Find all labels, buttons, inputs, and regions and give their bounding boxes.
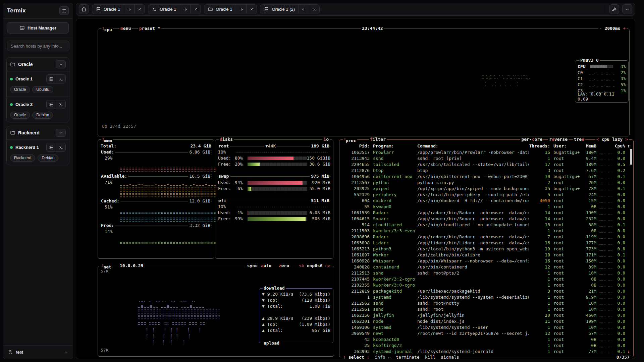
process-row[interactable]: 514 cloudflared /usr/bin/cloudflared --n… <box>339 222 633 228</box>
process-row[interactable]: 2112562 sshd sshd: root@notty 1 root 10M… <box>339 300 633 306</box>
process-row[interactable]: 1062156 jellyfin /jellyfin/jellyfin 20 r… <box>339 312 633 318</box>
proc-tree-button[interactable]: tree <box>573 136 585 142</box>
process-row[interactable]: 1061539 Radarr /app/radarr/bin/Radarr -n… <box>339 210 633 216</box>
host-connect-button[interactable] <box>47 75 56 83</box>
host-item[interactable]: Oracle 1 Oracle Ubuntu <box>7 71 69 97</box>
host-terminal-button[interactable] <box>56 143 65 152</box>
process-row[interactable]: 203925 xpiped /opt/xpipe/app/bin/xpiped … <box>339 186 633 192</box>
process-row[interactable]: 1469106 systemd /lib/systemd/systemd --u… <box>339 324 633 330</box>
process-row[interactable]: 1065213 python3 /usr/local/bin/python3 -… <box>339 246 633 252</box>
proc-scrollbar[interactable] <box>630 149 632 165</box>
process-row[interactable]: 2113943 sshd sshd: root [priv] 1 root 9.… <box>339 156 633 162</box>
cpu-box-title[interactable]: 1cpu <box>101 25 113 33</box>
host-manager-button[interactable]: Host Manager <box>7 22 69 34</box>
process-row[interactable]: 2102355 kworker/3:0-cgro 1 root 0B ⣀⣀⣀ ⣀… <box>339 282 633 288</box>
sidebar-menu-button[interactable] <box>59 6 69 15</box>
host-terminal-button[interactable] <box>56 100 65 109</box>
process-row[interactable]: 552329 periphery /usr/local/bin/peripher… <box>339 192 633 198</box>
mem-box-title[interactable]: 2mem <box>101 136 113 144</box>
proc-box-title[interactable]: 4proc <box>343 136 357 144</box>
process-threads: 5 <box>529 192 550 198</box>
signals-action[interactable]: signals <box>441 354 459 359</box>
process-row[interactable]: 363993 systemd-journal /lib/systemd/syst… <box>339 349 633 355</box>
process-row[interactable]: 1061897 Worker /opt/calibre/bin/calibre … <box>339 252 633 258</box>
home-button[interactable] <box>79 4 89 14</box>
process-row[interactable]: 2112561 sshd sshd: root 1 root 10M ⣀⣀⣀ ⣀… <box>339 306 633 312</box>
process-row[interactable]: 25 ksoftirqd/2 1 root 0B ⣀⣀⣀ ⣀⣀ 0.0 <box>339 343 633 349</box>
process-row[interactable]: 1 systemd /lib/systemd/systemd --system … <box>339 294 633 300</box>
tab-oracle1-server[interactable]: Oracle 1 <box>92 4 145 14</box>
process-threads: 20 <box>529 312 550 318</box>
host-connect-button[interactable] <box>47 100 56 109</box>
net-interface-switcher[interactable]: <b enp0s6 n> <box>298 263 331 269</box>
process-row[interactable]: 1062301 node node dist/index.js 11 root … <box>339 318 633 324</box>
net-auto-button[interactable]: auto <box>260 263 272 269</box>
preset-button[interactable]: preset * <box>138 25 161 32</box>
process-row[interactable]: 240828 containerd /usr/bin/containerd 12… <box>339 264 633 270</box>
admin-tools-button[interactable] <box>609 4 619 14</box>
tab-split-button[interactable] <box>299 5 309 14</box>
menu-button[interactable]: menu <box>119 25 132 32</box>
process-row[interactable]: 3969549 newt /root/newt --id z3rtyep2175… <box>339 330 633 337</box>
process-row[interactable]: 1064956 qbittorrent-nox /usr/bin/qbittor… <box>339 174 633 180</box>
load-average-row: LAV: 0.03 0.11 0.09 <box>575 94 628 100</box>
disks-box-title[interactable]: disks <box>219 136 234 142</box>
proc-reverse-button[interactable]: reverse <box>548 136 569 142</box>
tab-oracle1-2-server[interactable]: Oracle 1 (2) <box>260 4 320 14</box>
process-row[interactable]: 2098696 Radarr /app/radarr/bin/Radarr -n… <box>339 234 633 240</box>
tab-split-button[interactable] <box>124 5 134 14</box>
process-row[interactable]: 2112513 sshd sshd: root@pts/2 1 root 10M… <box>339 270 633 276</box>
tab-close-button[interactable] <box>309 5 319 14</box>
process-cpu: 0.1 <box>613 252 625 258</box>
proc-percore-button[interactable]: per-core <box>520 136 543 142</box>
collapse-topbar-button[interactable] <box>622 4 632 14</box>
user-menu[interactable]: test <box>3 346 73 359</box>
tab-oracle1-files[interactable]: Oracle 1 <box>204 4 257 14</box>
io-mode-button[interactable]: io <box>322 136 330 142</box>
tab-oracle1-terminal[interactable]: Oracle 1 <box>148 4 201 14</box>
process-row[interactable]: 2294655 tailscaled /usr/sbin/tailscaled … <box>339 162 633 168</box>
net-zero-button[interactable]: zero <box>278 263 290 269</box>
tab-close-button[interactable] <box>134 5 145 14</box>
process-row[interactable]: 1063517 Prowlarr /app/prowlarr/bin/Prowl… <box>339 149 633 156</box>
process-row[interactable]: 2112876 btop btop 3 root 7.6M ⣀⣀⣀ ⣀⣀ 0.2 <box>339 168 633 174</box>
process-row[interactable]: 2111503 kworker/3:3-even 1 root 0B ⣀⣀⣀ ⣀… <box>339 228 633 234</box>
net-box-title[interactable]: 3net <box>101 263 112 270</box>
cpu-total-row: CPU 3% <box>575 63 628 69</box>
process-row[interactable]: 1060928 Whisparr /app/bin/Whisparr --nob… <box>339 258 633 264</box>
info-action[interactable]: info ↵ <box>375 354 390 359</box>
host-item[interactable]: Racknerd 1 Racknerd Debian <box>7 140 69 165</box>
terminate-action[interactable]: terminate <box>396 354 419 359</box>
tab-close-button[interactable] <box>246 5 257 14</box>
process-row[interactable]: 2113567 python python main.py 2 root 26M… <box>339 180 633 186</box>
process-row[interactable]: 2112819 packagekitd /usr/libexec/package… <box>339 288 633 294</box>
update-interval-control[interactable]: - 2000ms + <box>598 25 627 32</box>
scroll-more-icon <box>625 234 630 240</box>
process-cpu: 0.0 <box>613 282 625 288</box>
search-input[interactable] <box>7 41 69 51</box>
process-user: root <box>553 180 580 186</box>
process-row[interactable]: 604 dockerd /usr/bin/dockerd -H fd:// --… <box>339 198 633 204</box>
host-terminal-button[interactable] <box>56 75 65 83</box>
process-row[interactable]: 55 kswapd0 1 root 0B ⣀⣀⣀ ⣀⣀ 0.0 <box>339 204 633 210</box>
chevron-up-icon <box>625 7 630 12</box>
host-connect-button[interactable] <box>47 143 56 152</box>
group-collapse-button[interactable] <box>56 60 66 68</box>
process-row[interactable]: 1063898 Lidarr /app/lidarr/bin/Lidarr -n… <box>339 240 633 246</box>
group-collapse-button[interactable] <box>56 129 66 137</box>
proc-table-header[interactable]: Pid: Program: Command: Threads: User: Me… <box>339 143 633 149</box>
process-row[interactable]: 1064615 Sonarr /app/sonarr/bin/Sonarr -n… <box>339 216 633 222</box>
tab-close-button[interactable] <box>190 5 201 14</box>
select-action[interactable]: ↑ select ↓ <box>343 354 369 359</box>
tab-split-button[interactable] <box>236 5 246 14</box>
process-command: sshd: root [priv] <box>417 156 529 162</box>
proc-filter-button[interactable]: filter <box>369 136 387 142</box>
process-row[interactable]: 2107445 kworker/3:2-cgro 1 root 0B ⣀⣀⣀ ⣀… <box>339 276 633 282</box>
process-row[interactable]: 43 kcompactd0 1 root 0B ⣀⣀⣀ ⣀⣀ 0.0 <box>339 337 633 343</box>
net-sync-button[interactable]: sync <box>246 263 259 269</box>
kill-action[interactable]: kill <box>425 354 435 359</box>
host-item[interactable]: Oracle 2 Oracle Debian <box>7 97 69 122</box>
proc-sort-switcher[interactable]: < cpu lazy > <box>595 136 629 142</box>
terminal-view[interactable]: 1cpu menu preset * 23:44:42 - 2000ms + ⢀… <box>76 18 635 359</box>
tab-split-button[interactable] <box>180 5 190 14</box>
